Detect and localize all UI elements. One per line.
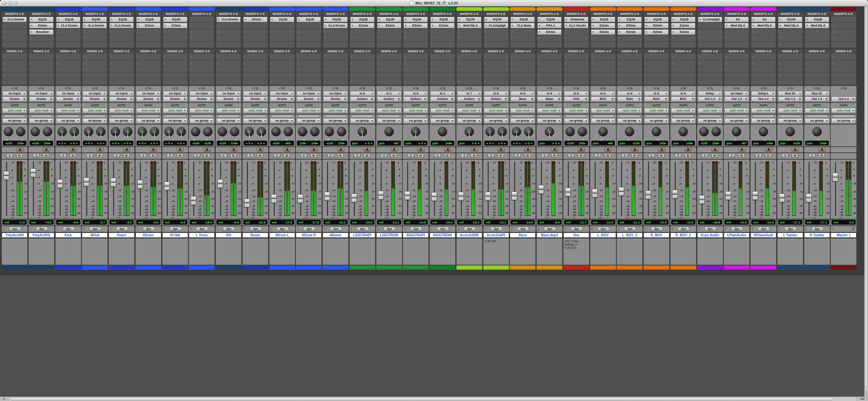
track-comments[interactable]	[644, 238, 669, 265]
pan-display[interactable]: ◂100100▸	[217, 141, 240, 146]
track-height-arrows-icon[interactable]: ▲▼	[805, 227, 807, 231]
fader-cap[interactable]	[30, 168, 36, 177]
horizontal-scrollbar-thumb[interactable]	[10, 397, 833, 401]
send-slot[interactable]: ▸	[163, 73, 187, 78]
volume-display[interactable]: vol-3.7	[83, 220, 107, 225]
insert-slot[interactable]	[484, 29, 508, 35]
solo-button[interactable]: S	[809, 153, 815, 158]
forward-icon[interactable]: ▶▶	[264, 226, 267, 230]
track-height-arrows-icon[interactable]: ▲▼	[778, 227, 780, 231]
send-slot[interactable]: ▸	[56, 66, 80, 72]
track-comments[interactable]	[29, 238, 54, 265]
forward-icon[interactable]: ▶▶	[772, 226, 775, 230]
track-height-arrows-icon[interactable]: ▲▼	[457, 227, 459, 231]
insert-slot[interactable]	[377, 42, 401, 48]
dyn-selector[interactable]: dyn	[357, 227, 369, 231]
pan-display[interactable]: pan100▸	[671, 141, 695, 146]
automation-mode-selector[interactable]: auto read	[805, 108, 829, 113]
record-enable-button[interactable]	[551, 147, 558, 152]
insert-slot[interactable]: EQ1B	[296, 17, 321, 22]
insert-slot[interactable]	[457, 42, 482, 48]
insert-slot[interactable]	[617, 42, 642, 48]
input-selector[interactable]: In 1	[377, 91, 401, 96]
insert-slot[interactable]: CLA Drums	[109, 23, 134, 29]
dyn-selector[interactable]: dyn	[704, 227, 717, 231]
volume-display[interactable]: vol-4.0	[109, 220, 134, 225]
mute-button[interactable]: M	[337, 153, 344, 158]
insert-slot[interactable]: EQ1B	[644, 17, 669, 22]
insert-slot[interactable]: EQ1B	[510, 17, 535, 22]
insert-slot[interactable]	[564, 29, 589, 35]
solo-button[interactable]: S	[87, 153, 93, 158]
send-slot[interactable]: ▸	[751, 66, 776, 72]
volume-display[interactable]: vol-14.1	[377, 220, 401, 225]
send-slot[interactable]: ▸	[350, 60, 375, 66]
automation-mode-selector[interactable]: auto read	[29, 108, 54, 113]
track-height-arrows-icon[interactable]: ▲▼	[3, 227, 5, 231]
insert-slot[interactable]	[2, 42, 27, 48]
volume-display[interactable]: vol-17.1	[778, 220, 802, 225]
insert-slot[interactable]: Med Dly II	[724, 23, 749, 29]
insert-slot[interactable]: EZmix	[163, 23, 187, 29]
input-selector[interactable]: In 6	[537, 91, 562, 96]
volume-display[interactable]: vol-14.5	[751, 220, 776, 225]
fader-cap[interactable]	[84, 178, 89, 186]
group-selector[interactable]: no group	[403, 118, 428, 123]
send-slot[interactable]: ▸	[430, 54, 455, 59]
pan-knob[interactable]	[83, 125, 94, 138]
track-comments[interactable]	[777, 238, 803, 265]
fader-cap[interactable]	[57, 179, 63, 188]
input-selector[interactable]: no input	[29, 91, 54, 96]
send-slot[interactable]: ▸	[751, 79, 776, 85]
pan-display[interactable]: ◂100100▸	[3, 141, 26, 146]
group-selector[interactable]: no group	[136, 118, 161, 123]
group-selector[interactable]: no group	[564, 118, 589, 123]
insert-slot[interactable]	[2, 35, 27, 41]
solo-button[interactable]: S	[247, 153, 253, 158]
insert-slot[interactable]: EQ7B	[484, 17, 508, 22]
forward-icon[interactable]: ▶▶	[612, 226, 615, 230]
fader-cap[interactable]	[699, 195, 705, 204]
fader-cap[interactable]	[458, 192, 464, 201]
send-slot[interactable]: ▸	[109, 73, 134, 78]
track-height-arrows-icon[interactable]: ▲▼	[270, 227, 272, 231]
solo-button[interactable]: S	[488, 153, 494, 158]
track-name[interactable]: R Tambo	[804, 233, 830, 238]
insert-slot[interactable]	[189, 17, 214, 22]
group-selector[interactable]: no group	[644, 118, 669, 123]
input-selector[interactable]: Bus 25	[805, 91, 829, 96]
send-slot[interactable]: ▸	[564, 54, 589, 59]
dyn-selector[interactable]: dyn	[169, 227, 182, 231]
insert-slot[interactable]	[510, 35, 535, 41]
group-selector[interactable]: no group	[430, 118, 455, 123]
send-slot[interactable]: ▸	[537, 73, 562, 78]
pan-knob[interactable]	[731, 125, 742, 138]
input-selector[interactable]: no input	[83, 91, 107, 96]
solo-button[interactable]: S	[541, 153, 548, 158]
volume-display[interactable]: vol-5.5	[136, 220, 161, 225]
solo-button[interactable]: S	[702, 153, 708, 158]
insert-slot[interactable]	[163, 29, 187, 35]
insert-slot[interactable]	[323, 29, 348, 35]
track-comments[interactable]	[430, 238, 455, 265]
mute-button[interactable]: M	[765, 153, 772, 158]
record-enable-button[interactable]	[711, 147, 719, 152]
automation-mode-selector[interactable]: auto read	[510, 108, 535, 113]
dyn-selector[interactable]: dyn	[758, 227, 770, 231]
automation-mode-selector[interactable]: auto read	[189, 108, 214, 113]
pan-knob[interactable]	[309, 125, 321, 138]
mute-button[interactable]: M	[417, 153, 424, 158]
send-slot[interactable]: ▸	[136, 66, 161, 72]
dyn-selector[interactable]: dyn	[811, 227, 824, 231]
pan-knob[interactable]	[577, 125, 588, 138]
send-slot[interactable]: ▸	[484, 54, 508, 59]
pan-knob[interactable]	[3, 125, 14, 138]
input-selector[interactable]: Delay.L	[751, 91, 776, 96]
input-selector[interactable]: In 6	[591, 91, 615, 96]
fader-track[interactable]	[86, 162, 87, 216]
pan-knob[interactable]	[758, 125, 769, 138]
fader-cap[interactable]	[351, 194, 357, 202]
insert-slot[interactable]: EZmix	[430, 23, 455, 29]
send-slot[interactable]: ▸	[296, 66, 321, 72]
input-selector[interactable]: In 6	[617, 91, 642, 96]
